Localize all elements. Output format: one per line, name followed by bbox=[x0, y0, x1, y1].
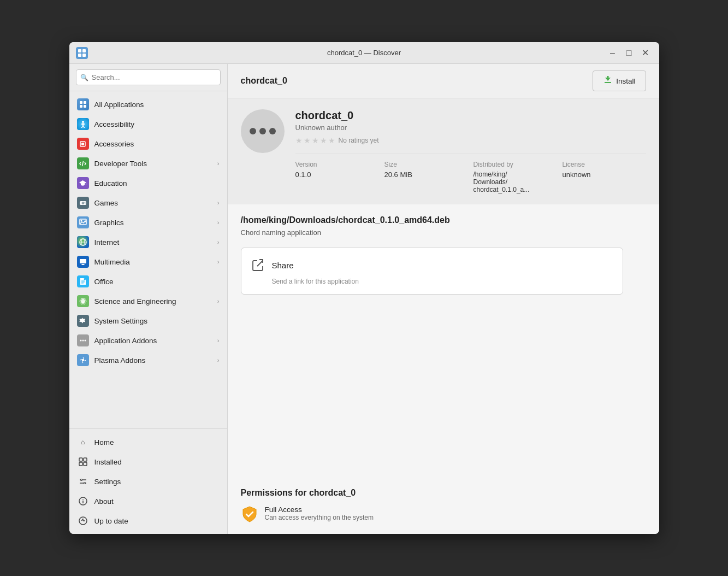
sidebar-item-internet[interactable]: Internet › bbox=[69, 232, 227, 252]
license-value: unknown bbox=[563, 171, 646, 179]
graphics-label: Graphics bbox=[94, 219, 212, 227]
svg-point-21 bbox=[84, 202, 85, 203]
sidebar-item-about[interactable]: About bbox=[69, 491, 227, 511]
version-value: 0.1.0 bbox=[295, 171, 379, 179]
sidebar-item-science[interactable]: Science and Engineering › bbox=[69, 291, 227, 311]
license-label: License bbox=[563, 161, 646, 168]
meta-version: Version 0.1.0 bbox=[295, 161, 379, 193]
right-header: chordcat_0 Install bbox=[228, 64, 659, 98]
svg-rect-0 bbox=[78, 49, 81, 52]
science-label: Science and Engineering bbox=[94, 297, 212, 305]
sidebar-item-developer-tools[interactable]: Developer Tools › bbox=[69, 154, 227, 173]
permissions-title: Permissions for chordcat_0 bbox=[241, 488, 646, 498]
search-input[interactable] bbox=[76, 69, 221, 85]
permission-text: Full Access Can access everything on the… bbox=[265, 506, 374, 521]
science-chevron: › bbox=[217, 298, 220, 304]
all-applications-label: All Applications bbox=[94, 101, 220, 109]
content-section: /home/king/Downloads/chordcat_0.1.0_amd6… bbox=[228, 204, 659, 488]
svg-point-41 bbox=[84, 340, 86, 342]
star-1: ★ bbox=[295, 136, 303, 145]
share-card[interactable]: Share Send a link for this application bbox=[241, 248, 623, 295]
accessories-icon bbox=[77, 138, 89, 150]
plasma-addons-chevron: › bbox=[217, 357, 220, 363]
share-icon bbox=[250, 257, 267, 273]
svg-rect-1 bbox=[82, 49, 86, 52]
sidebar-item-plasma-addons[interactable]: Plasma Addons › bbox=[69, 350, 227, 370]
settings-icon bbox=[77, 475, 89, 487]
no-ratings-label: No ratings yet bbox=[339, 137, 379, 144]
meta-size: Size 20.6 MiB bbox=[384, 161, 468, 193]
share-subtitle: Send a link for this application bbox=[250, 278, 614, 285]
minimize-button[interactable]: – bbox=[606, 46, 620, 60]
accessibility-icon bbox=[77, 118, 89, 130]
svg-point-40 bbox=[82, 340, 84, 342]
permission-shield-icon bbox=[241, 506, 258, 523]
science-icon bbox=[77, 295, 89, 307]
sidebar-item-accessibility[interactable]: Accessibility bbox=[69, 114, 227, 134]
application-addons-chevron: › bbox=[217, 337, 220, 344]
svg-line-12 bbox=[83, 126, 85, 128]
home-label: Home bbox=[94, 438, 220, 446]
svg-rect-45 bbox=[79, 462, 82, 466]
close-button[interactable]: ✕ bbox=[638, 46, 653, 60]
distributed-label: Distributed by bbox=[474, 161, 557, 168]
sidebar-item-graphics[interactable]: Graphics › bbox=[69, 213, 227, 232]
svg-rect-7 bbox=[84, 105, 86, 108]
internet-chevron: › bbox=[217, 239, 220, 245]
multimedia-chevron: › bbox=[217, 258, 220, 265]
svg-rect-23 bbox=[80, 219, 86, 225]
meta-distributed: Distributed by /home/king/Downloads/chor… bbox=[474, 161, 557, 193]
multimedia-label: Multimedia bbox=[94, 258, 212, 266]
sidebar-item-all-applications[interactable]: All Applications bbox=[69, 95, 227, 114]
svg-rect-60 bbox=[607, 76, 609, 80]
sidebar-item-settings[interactable]: Settings bbox=[69, 472, 227, 491]
window-controls: – □ ✕ bbox=[606, 46, 653, 60]
version-label: Version bbox=[295, 161, 379, 168]
svg-line-15 bbox=[82, 161, 84, 166]
maximize-button[interactable]: □ bbox=[622, 46, 636, 60]
sidebar-item-office[interactable]: Office bbox=[69, 272, 227, 291]
svg-point-50 bbox=[84, 483, 85, 484]
avatar-dot-1 bbox=[250, 128, 256, 134]
permission-item: Full Access Can access everything on the… bbox=[241, 506, 646, 523]
search-wrapper: 🔍 bbox=[76, 69, 221, 85]
system-settings-label: System Settings bbox=[94, 317, 220, 325]
sidebar-item-accessories[interactable]: Accessories bbox=[69, 134, 227, 154]
star-5: ★ bbox=[328, 136, 335, 145]
svg-rect-6 bbox=[80, 105, 82, 108]
app-description: Chord naming application bbox=[241, 228, 646, 237]
size-label: Size bbox=[384, 161, 468, 168]
graphics-chevron: › bbox=[217, 219, 220, 226]
app-author: Unknown author bbox=[295, 124, 646, 132]
svg-rect-2 bbox=[78, 54, 81, 57]
sidebar-item-application-addons[interactable]: Application Addons › bbox=[69, 331, 227, 350]
svg-rect-4 bbox=[80, 101, 82, 104]
sidebar-item-home[interactable]: ⌂ Home bbox=[69, 432, 227, 452]
sidebar-item-installed[interactable]: Installed bbox=[69, 452, 227, 472]
graphics-icon bbox=[77, 216, 89, 228]
developer-tools-label: Developer Tools bbox=[94, 160, 212, 168]
plasma-addons-label: Plasma Addons bbox=[94, 356, 212, 365]
sidebar-item-education[interactable]: Education bbox=[69, 173, 227, 193]
svg-point-53 bbox=[82, 499, 84, 500]
sidebar-item-games[interactable]: Games › bbox=[69, 193, 227, 213]
permission-desc: Can access everything on the system bbox=[265, 514, 374, 521]
star-4: ★ bbox=[320, 136, 327, 145]
svg-rect-58 bbox=[605, 82, 611, 83]
home-icon: ⌂ bbox=[77, 436, 89, 448]
sidebar-item-up-to-date[interactable]: Up to date bbox=[69, 511, 227, 531]
install-button[interactable]: Install bbox=[593, 70, 646, 91]
sidebar-item-system-settings[interactable]: System Settings bbox=[69, 311, 227, 331]
star-2: ★ bbox=[304, 136, 311, 145]
sidebar: 🔍 All Applications bbox=[69, 64, 228, 534]
page-title: chordcat_0 bbox=[241, 76, 287, 86]
games-chevron: › bbox=[217, 199, 220, 206]
accessibility-label: Accessibility bbox=[94, 120, 220, 128]
svg-rect-46 bbox=[84, 462, 87, 466]
app-stars: ★ ★ ★ ★ ★ No ratings yet bbox=[295, 136, 646, 145]
svg-point-34 bbox=[82, 300, 84, 302]
svg-point-24 bbox=[80, 220, 82, 222]
application-addons-label: Application Addons bbox=[94, 337, 212, 345]
svg-rect-44 bbox=[84, 458, 87, 461]
sidebar-item-multimedia[interactable]: Multimedia › bbox=[69, 252, 227, 272]
